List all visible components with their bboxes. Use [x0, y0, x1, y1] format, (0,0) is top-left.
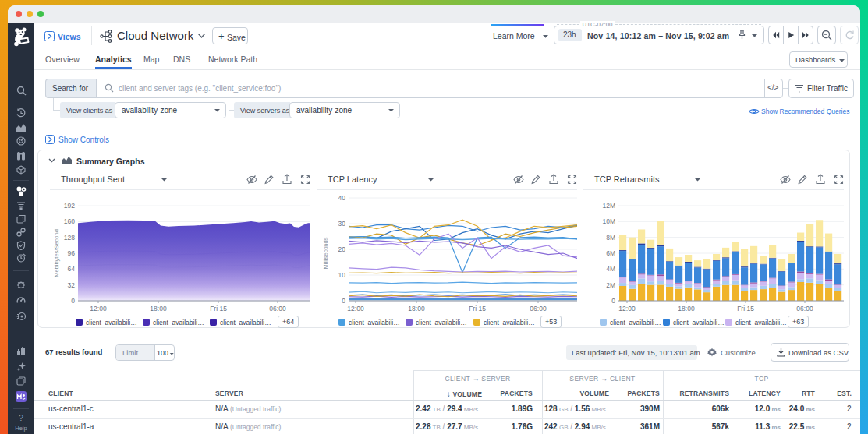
svg-text:Fri 15: Fri 15	[210, 305, 227, 312]
svg-text:Milliseconds: Milliseconds	[322, 237, 329, 269]
svg-text:06:00: 06:00	[530, 305, 547, 312]
svg-text:20: 20	[338, 245, 346, 253]
svg-text:6M: 6M	[606, 249, 615, 257]
svg-text:18:00: 18:00	[150, 305, 167, 312]
svg-text:0: 0	[611, 297, 615, 305]
svg-text:64: 64	[68, 265, 76, 273]
svg-text:12:00: 12:00	[90, 305, 107, 312]
svg-text:Fri 15: Fri 15	[737, 305, 754, 312]
svg-text:96: 96	[68, 249, 76, 257]
svg-text:18:00: 18:00	[678, 305, 695, 312]
svg-text:8M: 8M	[606, 234, 615, 242]
svg-text:06:00: 06:00	[796, 305, 813, 312]
svg-text:12:00: 12:00	[347, 305, 364, 312]
svg-text:160: 160	[64, 217, 75, 225]
svg-text:Mebibytes/Second: Mebibytes/Second	[53, 229, 60, 277]
svg-text:192: 192	[64, 202, 75, 210]
svg-text:30: 30	[338, 220, 346, 228]
svg-text:12M: 12M	[602, 202, 615, 210]
svg-text:10: 10	[338, 271, 346, 279]
svg-text:18:00: 18:00	[408, 305, 425, 312]
svg-text:40: 40	[338, 194, 346, 202]
svg-text:0: 0	[342, 297, 345, 305]
svg-text:12:00: 12:00	[618, 305, 636, 312]
svg-text:10M: 10M	[602, 217, 615, 225]
svg-text:2M: 2M	[606, 281, 615, 289]
svg-text:4M: 4M	[606, 265, 615, 273]
svg-text:0: 0	[71, 297, 75, 305]
svg-text:32: 32	[68, 281, 76, 289]
svg-text:128: 128	[64, 234, 75, 242]
svg-text:06:00: 06:00	[269, 305, 286, 312]
svg-text:Fri 15: Fri 15	[469, 305, 486, 312]
